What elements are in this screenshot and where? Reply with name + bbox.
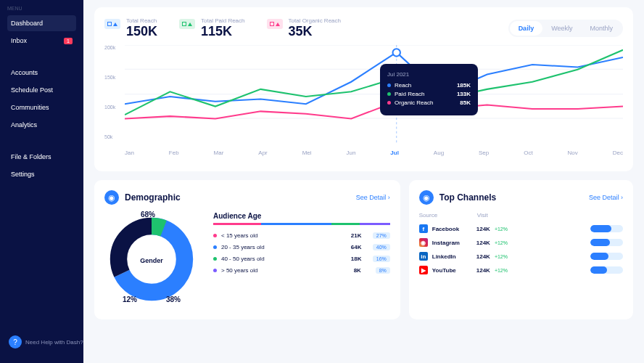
channel-row[interactable]: fFacebook124K+12% (419, 224, 623, 233)
channel-row[interactable]: ◉Instagram124K+12% (419, 238, 623, 247)
nav-analytics[interactable]: Analytics (7, 117, 76, 133)
reach-chart-card: Total Reach150K Total Paid Reach115K Tot… (94, 7, 633, 171)
channels-icon: ◉ (419, 190, 434, 205)
stat-icon-pink (267, 19, 283, 29)
x-axis: Jan Feb Mar Apr Mei Jun Jul Aug Sep Oct … (125, 150, 623, 156)
tab-monthly[interactable]: Monthly (581, 21, 622, 36)
top-channels-card: ◉ Top Channels See Detail › SourceVisit … (409, 180, 633, 319)
channel-row[interactable]: inLinkedIn124K+12% (419, 252, 623, 261)
nav-schedule[interactable]: Schedule Post (7, 82, 76, 98)
stat-total-reach: Total Reach150K (104, 17, 157, 39)
stat-icon-blue (104, 19, 120, 29)
inbox-badge: 1 (64, 38, 73, 44)
demographic-card: ◉ Demographic See Detail › Gender 68% 38… (94, 180, 400, 319)
tab-weekly[interactable]: Weekly (542, 21, 581, 36)
gender-donut: Gender 68% 38% 12% (104, 212, 199, 309)
nav-communities[interactable]: Communities (7, 99, 76, 115)
stat-organic-reach: Total Organic Reach35K (267, 17, 341, 39)
time-tabs: Daily Weekly Monthly (508, 20, 623, 37)
line-chart: 200k 150k 100k 50k Jan Feb (104, 45, 623, 161)
demographic-icon: ◉ (104, 190, 119, 205)
demo-see-detail[interactable]: See Detail › (356, 194, 390, 201)
sidebar: MENU Dashboard Inbox1 Accounts Schedule … (0, 0, 83, 363)
svg-point-5 (393, 49, 400, 56)
section-apps (7, 56, 76, 61)
help-icon: ? (9, 335, 22, 348)
nav-dashboard[interactable]: Dashboard (7, 15, 76, 31)
audience-age: Audience Age < 15 years old21K27% 20 - 3… (213, 212, 390, 309)
chart-svg (125, 45, 623, 143)
tab-daily[interactable]: Daily (510, 21, 543, 36)
chart-tooltip: Jul 2021 Reach185K Paid Reach133K Organi… (380, 64, 478, 115)
nav-inbox[interactable]: Inbox1 (7, 33, 76, 49)
help-button[interactable]: ? Need Help with Dash? (9, 335, 83, 348)
channel-row[interactable]: ▶YouTube124K+12% (419, 266, 623, 274)
channels-list: fFacebook124K+12%◉Instagram124K+12%inLin… (419, 224, 623, 274)
channels-see-detail[interactable]: See Detail › (589, 194, 623, 201)
stats-row: Total Reach150K Total Paid Reach115K Tot… (104, 17, 623, 39)
stat-icon-green (179, 19, 195, 29)
nav-settings[interactable]: Settings (7, 166, 76, 182)
menu-label: MENU (7, 6, 76, 11)
nav-files[interactable]: File & Folders (7, 149, 76, 165)
help-text: Need Help with Dash? (25, 339, 83, 346)
bottom-row: ◉ Demographic See Detail › Gender 68% 38… (94, 180, 633, 328)
section-other (7, 140, 76, 145)
stat-paid-reach: Total Paid Reach115K (179, 17, 244, 39)
main: Total Reach150K Total Paid Reach115K Tot… (83, 0, 644, 363)
y-axis: 200k 150k 100k 50k (104, 45, 115, 139)
nav-accounts[interactable]: Accounts (7, 65, 76, 81)
